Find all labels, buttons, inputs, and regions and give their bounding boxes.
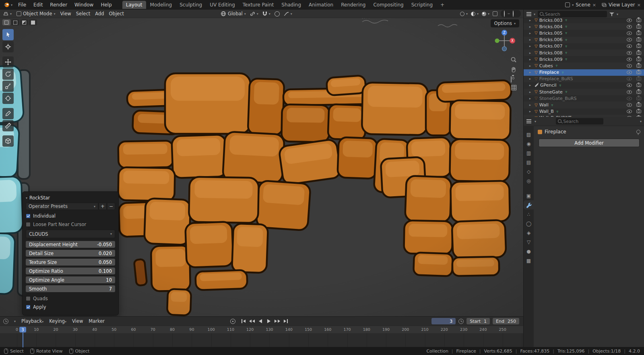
hide-in-viewport-icon[interactable] <box>627 58 632 61</box>
solid-shading-button[interactable] <box>508 13 510 14</box>
transform-tool-button[interactable] <box>2 93 14 104</box>
optimize-ratio-field[interactable]: Optimize Ratio0.100 <box>26 268 115 274</box>
gizmo-minus-z-axis[interactable] <box>502 47 507 51</box>
hide-in-viewport-icon[interactable] <box>627 31 632 35</box>
timeline-view-menu[interactable]: View <box>72 318 83 324</box>
view-layer-selector[interactable]: View Layer × <box>602 2 641 8</box>
expand-chevron-icon[interactable]: ▸ <box>529 19 533 22</box>
use-preview-range-icon[interactable] <box>458 319 464 324</box>
outliner-item[interactable]: ▸▽Wall_B▿ <box>524 108 644 115</box>
viewport-menu-select[interactable]: Select <box>76 11 90 17</box>
individual-checkbox[interactable] <box>26 214 31 218</box>
texture-size-field[interactable]: Texture Size0.050 <box>26 259 115 266</box>
noise-type-dropdown[interactable]: CLOUDS▾ <box>26 230 115 238</box>
expand-chevron-icon[interactable]: ▸ <box>529 110 533 113</box>
playhead-label[interactable]: 3 <box>19 327 26 332</box>
cursor-tool-button[interactable] <box>2 41 14 52</box>
apply-checkbox-row[interactable]: Apply <box>26 303 115 311</box>
timeline-marker-menu[interactable]: Marker <box>89 318 105 324</box>
blender-logo-icon[interactable]: ▾ <box>3 2 12 8</box>
object-name[interactable]: StoneGate <box>539 89 563 95</box>
add-cube-tool-button[interactable] <box>2 135 14 147</box>
filter-icon[interactable] <box>609 12 614 17</box>
menu-render[interactable]: Render <box>47 1 70 9</box>
object-name[interactable]: StoneGate_BuRS <box>539 96 577 101</box>
auto-keying-icon[interactable] <box>230 319 235 324</box>
select-mode-2-button[interactable] <box>11 19 19 25</box>
outliner-item[interactable]: ▸▽Wall▿ <box>524 102 644 108</box>
play-button[interactable] <box>265 318 272 324</box>
outliner-item[interactable]: ▸▽Bricks.005▿ <box>524 30 644 36</box>
outliner-item[interactable]: ▸▽Bricks.009▿ <box>524 56 644 62</box>
gizmo-y-axis[interactable] <box>495 39 500 43</box>
hide-in-viewport-icon[interactable] <box>627 90 632 94</box>
workspace-tab-compositing[interactable]: Compositing <box>369 1 407 9</box>
expand-chevron-icon[interactable]: ▸ <box>529 38 533 42</box>
hide-in-viewport-icon[interactable] <box>627 83 632 87</box>
outliner-item-selected[interactable]: ▸▽Fireplace▿ <box>524 69 644 76</box>
rendered-shading-button[interactable] <box>516 13 519 14</box>
quads-checkbox-row[interactable]: Quads <box>26 294 115 303</box>
hide-in-viewport-icon[interactable] <box>627 19 632 22</box>
smooth-field[interactable]: Smooth7 <box>26 285 115 292</box>
navigation-gizmo[interactable]: Z X <box>493 29 516 53</box>
wireframe-shading-button[interactable] <box>503 10 506 17</box>
playback-menu[interactable]: Playback▾ <box>21 318 43 324</box>
expand-chevron-icon[interactable]: ▸ <box>529 71 533 74</box>
measure-tool-button[interactable] <box>2 120 14 131</box>
properties-editor-icon[interactable] <box>526 119 531 123</box>
expand-chevron-icon[interactable]: ▸ <box>529 25 533 29</box>
outliner-item[interactable]: ▸▽Bricks.008▿ <box>524 50 644 56</box>
hide-in-viewport-icon[interactable] <box>627 38 632 42</box>
outliner-search-input[interactable] <box>538 12 607 17</box>
tab-physics[interactable]: ◯ <box>524 219 534 228</box>
outliner-item[interactable]: ▸▽Bricks.004▿ <box>524 23 644 30</box>
workspace-tab-scripting[interactable]: Scripting <box>408 1 436 9</box>
tab-particles[interactable]: ∴ <box>524 210 534 219</box>
disable-in-renders-icon[interactable] <box>636 38 641 42</box>
object-name[interactable]: Bricks.008 <box>539 50 563 56</box>
tab-object[interactable]: ▣ <box>524 191 534 200</box>
disable-in-renders-icon[interactable] <box>636 44 641 48</box>
individual-checkbox-row[interactable]: Individual <box>26 212 115 220</box>
quads-checkbox[interactable] <box>26 296 31 301</box>
chevron-down-icon[interactable]: ▾ <box>640 120 642 123</box>
tab-object-data[interactable]: ▽ <box>524 237 534 247</box>
disable-in-renders-icon[interactable] <box>636 90 641 94</box>
mode-dropdown[interactable]: Object Mode▾ <box>17 11 55 17</box>
snap-toggle[interactable]: ▾ <box>262 11 270 17</box>
workspace-tab-animation[interactable]: Animation <box>305 1 337 9</box>
expand-chevron-icon[interactable]: ▸ <box>529 83 533 87</box>
object-name[interactable]: Bricks.009 <box>539 57 563 62</box>
material-preview-button[interactable] <box>512 10 515 17</box>
pin-icon[interactable] <box>636 130 640 134</box>
outliner-item[interactable]: ▸▽Bricks.006▿ <box>524 37 644 43</box>
disable-in-renders-icon[interactable] <box>636 83 641 87</box>
object-name[interactable]: Cubes <box>539 63 553 69</box>
object-name[interactable]: Bricks.005 <box>539 31 563 36</box>
viewport-3d[interactable]: ...ed to Operator Presets ▾ Object Mode▾… <box>0 10 523 316</box>
object-name[interactable]: Bricks.004 <box>539 24 563 29</box>
outliner-item[interactable]: ▸▽StoneGate_BuRS <box>524 95 644 102</box>
tab-texture[interactable]: ▩ <box>524 256 534 265</box>
jump-to-start-button[interactable] <box>240 318 247 324</box>
disable-in-renders-icon[interactable] <box>636 31 641 35</box>
outliner-item[interactable]: ▸GPencil▿ <box>524 82 644 89</box>
loose-part-checkbox[interactable] <box>26 222 31 227</box>
workspace-tab-rendering[interactable]: Rendering <box>337 1 369 9</box>
disable-in-renders-icon[interactable] <box>636 103 641 107</box>
object-name[interactable]: Wall_B <box>539 109 554 114</box>
workspace-tab-shading[interactable]: Shading <box>278 1 305 9</box>
zoom-icon[interactable] <box>510 56 517 63</box>
chevron-down-icon[interactable]: ▾ <box>534 12 535 16</box>
detail-size-field[interactable]: Detail Size0.020 <box>26 250 115 257</box>
ortho-grid-icon[interactable] <box>511 85 517 91</box>
tab-render[interactable]: ◉ <box>524 139 534 148</box>
disable-in-renders-icon[interactable] <box>636 51 641 55</box>
expand-chevron-icon[interactable]: ▸ <box>529 90 533 94</box>
tab-world[interactable]: ◎ <box>524 176 534 185</box>
expand-chevron-icon[interactable]: ▸ <box>529 77 533 81</box>
annotate-tool-button[interactable] <box>2 108 14 119</box>
xray-toggle-icon[interactable] <box>493 11 497 16</box>
object-name[interactable]: Bricks.006 <box>539 37 563 42</box>
